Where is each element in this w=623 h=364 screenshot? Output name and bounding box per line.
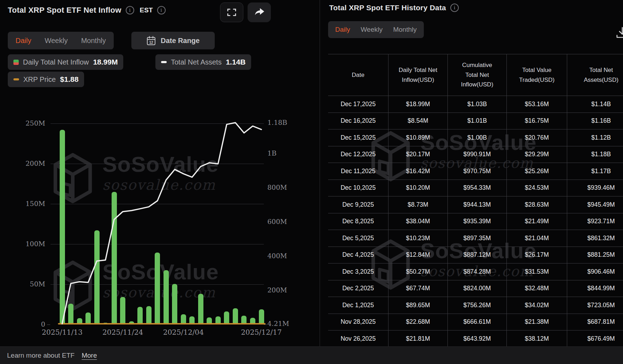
column-header: Cumulative Total Net Inflow(USD) <box>448 54 507 96</box>
inflow-legend-icon <box>13 60 19 65</box>
tab-weekly[interactable]: Weekly <box>361 26 382 34</box>
column-header: Total Net Assets(USD) <box>567 54 623 96</box>
tab-weekly[interactable]: Weekly <box>44 37 67 45</box>
history-info-icon[interactable]: i <box>450 4 459 12</box>
right-panel-header: Total XRP Spot ETF History Data i <box>329 4 459 12</box>
table-row[interactable]: Dec 2,2025$67.74M$824.00M$32.48M$844.99M <box>328 280 623 297</box>
cell-date: Dec 8,2025 <box>328 213 388 230</box>
cell-daily-inflow: $10.20M <box>388 180 448 196</box>
chart-period-tabs: DailyWeeklyMonthly <box>8 32 114 49</box>
page-title: Total XRP Spot ETF Net Inflow <box>8 6 121 15</box>
cell-net-assets: $906.46M <box>567 263 623 280</box>
timezone-label: EST <box>140 6 153 14</box>
table-row[interactable]: Dec 1,2025$89.65M$756.26M$34.02M$723.05M <box>328 297 623 314</box>
cell-daily-inflow: $8.73M <box>388 196 448 213</box>
cell-date: Dec 17,2025 <box>328 96 388 113</box>
cell-cumulative-inflow: $1.00B <box>448 129 507 146</box>
cell-cumulative-inflow: $666.61M <box>448 314 507 330</box>
cell-date: Dec 15,2025 <box>328 129 388 146</box>
cell-value-traded: $34.02M <box>507 297 567 314</box>
cell-net-assets: $676.49M <box>567 330 623 347</box>
cell-value-traded: $29.29M <box>507 146 567 163</box>
table-row[interactable]: Dec 16,2025$8.54M$1.01B$16.75M$1.16B <box>328 113 623 130</box>
panel-divider <box>320 0 320 346</box>
tab-daily[interactable]: Daily <box>16 37 31 45</box>
chart-lines <box>0 99 320 346</box>
cell-daily-inflow: $38.04M <box>388 213 448 230</box>
cell-cumulative-inflow: $874.28M <box>448 263 507 280</box>
cell-cumulative-inflow: $643.92M <box>448 330 507 347</box>
table-row[interactable]: Dec 10,2025$10.20M$954.33M$24.53M$939.46… <box>328 180 623 197</box>
timezone-info-icon[interactable]: i <box>157 6 166 14</box>
legend-label: Daily Total Net Inflow <box>23 58 89 66</box>
column-header-label: Total Value Traded(USD) <box>512 65 561 85</box>
tab-daily[interactable]: Daily <box>335 26 350 34</box>
cell-cumulative-inflow: $897.35M <box>448 230 507 247</box>
svg-text:12: 12 <box>149 41 153 44</box>
cell-daily-inflow: $89.65M <box>388 297 448 314</box>
table-row[interactable]: Dec 4,2025$12.84M$887.12M$26.17M$881.25M <box>328 247 623 264</box>
cell-net-assets: $1.12B <box>567 129 623 146</box>
table-row[interactable]: Dec 17,2025$18.99M$1.03B$53.16M$1.14B <box>328 96 623 113</box>
table-row[interactable]: Nov 26,2025$21.81M$643.92M$38.12M$676.49… <box>328 330 623 347</box>
cell-daily-inflow: $21.81M <box>388 330 448 347</box>
table-row[interactable]: Dec 15,2025$10.89M$1.00B$20.76M$1.12B <box>328 129 623 146</box>
date-range-button[interactable]: 12 Date Range <box>131 32 215 49</box>
table-header-row: DateDaily Total Net Inflow(USD)Cumulativ… <box>328 54 623 96</box>
cell-value-traded: $26.17M <box>507 247 567 263</box>
cell-value-traded: $16.75M <box>507 113 567 129</box>
cell-net-assets: $1.16B <box>567 113 623 129</box>
cell-cumulative-inflow: $1.01B <box>448 113 507 129</box>
cell-date: Dec 9,2025 <box>328 196 388 213</box>
table-row[interactable]: Dec 3,2025$50.27M$874.28M$31.53M$906.46M <box>328 263 623 280</box>
cell-net-assets: $939.46M <box>567 180 623 196</box>
cell-value-traded: $32.48M <box>507 280 567 297</box>
legend-label: Total Net Assets <box>171 58 221 66</box>
legend-value: 1.14B <box>226 58 245 66</box>
total-net-assets-line <box>62 123 261 324</box>
table-row[interactable]: Dec 9,2025$8.73M$944.13M$28.63M$945.49M <box>328 196 623 213</box>
table-row[interactable]: Dec 12,2025$20.17M$990.91M$29.29M$1.18B <box>328 146 623 163</box>
sosovalue-etf-dashboard: SoSoValue sosovalue.com SoSoValue sosova… <box>0 0 623 364</box>
calendar-icon: 12 <box>147 36 156 46</box>
cell-value-traded: $31.53M <box>507 263 567 280</box>
table-row[interactable]: Dec 8,2025$38.04M$935.39M$21.49M$923.71M <box>328 213 623 230</box>
cell-net-assets: $861.32M <box>567 230 623 247</box>
legend-xrp-price[interactable]: XRP Price $1.88 <box>8 72 84 87</box>
cell-daily-inflow: $12.84M <box>388 247 448 263</box>
cell-date: Dec 16,2025 <box>328 113 388 129</box>
cell-daily-inflow: $22.68M <box>388 314 448 330</box>
table-row[interactable]: Dec 11,2025$16.42M$970.75M$25.26M$1.17B <box>328 163 623 180</box>
table-row[interactable]: Dec 5,2025$10.23M$897.35M$21.04M$861.32M <box>328 230 623 247</box>
cell-value-traded: $53.16M <box>507 96 567 113</box>
cell-date: Dec 1,2025 <box>328 297 388 314</box>
footer-more-link[interactable]: More <box>82 352 97 359</box>
share-button[interactable] <box>248 2 271 22</box>
cell-value-traded: $20.76M <box>507 129 567 146</box>
info-icon[interactable]: i <box>126 6 134 14</box>
fullscreen-icon <box>227 8 236 17</box>
column-header-label: Total Net Assets(USD) <box>577 65 623 85</box>
download-icon[interactable] <box>616 27 623 39</box>
legend-total-net-assets[interactable]: Total Net Assets 1.14B <box>155 54 251 70</box>
cell-cumulative-inflow: $935.39M <box>448 213 507 230</box>
cell-date: Nov 28,2025 <box>328 314 388 330</box>
cell-daily-inflow: $10.89M <box>388 129 448 146</box>
legend-daily-net-inflow[interactable]: Daily Total Net Inflow 18.99M <box>8 54 123 70</box>
cell-daily-inflow: $16.42M <box>388 163 448 180</box>
footer-bar: Learn more about ETF More <box>0 346 623 364</box>
cell-daily-inflow: $10.23M <box>388 230 448 247</box>
tab-monthly[interactable]: Monthly <box>81 37 106 45</box>
cell-cumulative-inflow: $990.91M <box>448 146 507 163</box>
cell-cumulative-inflow: $1.03B <box>448 96 507 113</box>
cell-net-assets: $844.99M <box>567 280 623 297</box>
price-legend-icon <box>13 78 19 80</box>
column-header-label: Daily Total Net Inflow(USD) <box>398 65 438 85</box>
table-row[interactable]: Nov 28,2025$22.68M$666.61M$21.38M$687.81… <box>328 314 623 331</box>
fullscreen-button[interactable] <box>220 2 243 22</box>
cell-cumulative-inflow: $944.13M <box>448 196 507 213</box>
tab-monthly[interactable]: Monthly <box>393 26 417 34</box>
cell-value-traded: $25.26M <box>507 163 567 180</box>
cell-net-assets: $881.25M <box>567 247 623 263</box>
cell-date: Dec 3,2025 <box>328 263 388 280</box>
